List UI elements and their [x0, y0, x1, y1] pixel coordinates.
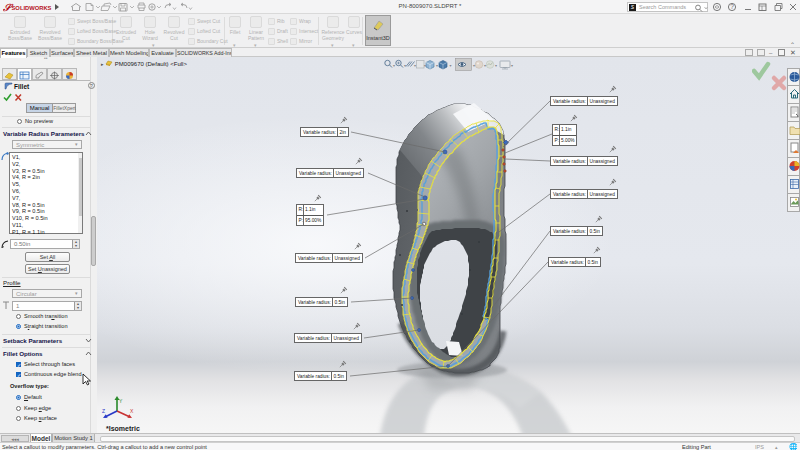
- svg-text:▾: ▾: [484, 63, 486, 68]
- svg-text:▾: ▾: [414, 63, 416, 68]
- svg-text:▾: ▾: [495, 63, 497, 68]
- svg-text:▾: ▾: [473, 63, 475, 68]
- svg-text:SOLIDWORKS: SOLIDWORKS: [12, 5, 52, 11]
- svg-text:Y: Y: [119, 398, 123, 404]
- svg-text:Z: Z: [102, 408, 105, 414]
- svg-text:?: ?: [730, 3, 734, 10]
- svg-text:X: X: [130, 408, 134, 414]
- svg-text:▾: ▾: [450, 63, 452, 68]
- svg-text:▾: ▾: [511, 63, 513, 68]
- svg-text:▾: ▾: [436, 63, 438, 68]
- svg-text:▾: ▾: [393, 63, 395, 68]
- svg-text:▾: ▾: [424, 63, 426, 68]
- svg-text:▾: ▾: [404, 63, 406, 68]
